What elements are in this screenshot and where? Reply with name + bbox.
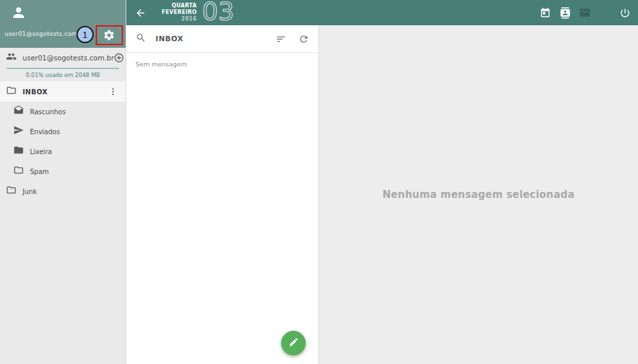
add-circle-icon[interactable]: [114, 52, 124, 63]
folder-label: Lixeira: [30, 148, 52, 155]
message-list-panel: INBOX Sem mensagem: [126, 25, 319, 364]
folder-row-inbox[interactable]: INBOX: [0, 82, 126, 102]
refresh-icon[interactable]: [298, 34, 309, 45]
folder-label: Rascunhos: [30, 108, 66, 116]
header-module-icons: [532, 6, 638, 19]
contacts-module-icon[interactable]: [558, 6, 572, 19]
drafts-icon: [13, 105, 24, 118]
pencil-icon: [288, 337, 299, 350]
compose-fab-button[interactable]: [281, 331, 306, 355]
svg-text:03: 03: [202, 0, 234, 24]
sort-icon[interactable]: [276, 34, 286, 45]
send-icon: [13, 125, 24, 138]
group-icon: [6, 51, 17, 64]
empty-list-text: Sem mensagem: [126, 53, 318, 75]
mail-module-icon[interactable]: [578, 6, 591, 19]
annotation-step-circle: 1: [76, 26, 94, 43]
folder-row-lixeira[interactable]: Lixeira: [0, 141, 126, 161]
date-weekday: QUARTA: [156, 3, 197, 9]
mail-sidebar: user01@sogotests.com.br user01@sogotests…: [0, 0, 126, 364]
back-arrow-icon[interactable]: [132, 5, 149, 21]
folder-label: Spam: [30, 168, 49, 175]
folder-label: Enviados: [30, 128, 60, 136]
quota-text: 0.01% usado em 2048 MB: [0, 69, 126, 82]
folder-row-enviados[interactable]: Enviados: [0, 122, 126, 141]
message-list-toolbar: INBOX: [126, 25, 318, 53]
folder-row-spam[interactable]: Spam: [0, 161, 126, 181]
sogo-webmail-window: user01@sogotests.com.br user01@sogotests…: [0, 0, 638, 364]
power-logout-icon[interactable]: [618, 6, 631, 19]
folder-row-junk[interactable]: Junk: [0, 181, 126, 201]
search-folder-label[interactable]: INBOX: [156, 35, 183, 43]
annotation-highlight-box: [96, 25, 123, 45]
message-viewer-panel: Nenhuma mensagem selecionada: [319, 25, 638, 364]
folder-outline-icon: [13, 165, 24, 178]
folder-row-rascunhos[interactable]: Rascunhos: [0, 102, 126, 122]
person-avatar-icon: [11, 5, 27, 23]
calendar-module-icon[interactable]: [538, 6, 552, 19]
top-header: QUARTA FEVEREIRO 2016 03: [126, 0, 638, 25]
more-vert-icon[interactable]: [108, 87, 118, 96]
folder-filled-icon: [13, 145, 24, 158]
annotation-step-number: 1: [82, 30, 88, 40]
date-block: QUARTA FEVEREIRO 2016: [156, 3, 197, 23]
no-message-selected-text: Nenhuma mensagem selecionada: [382, 189, 574, 201]
date-year: 2016: [156, 16, 197, 23]
folder-list: INBOX Rascunhos Enviados: [0, 82, 126, 201]
account-email: user01@sogotests.com.br: [23, 54, 114, 62]
header-user-email: user01@sogotests.com.br: [5, 31, 86, 37]
folder-outline-icon: [6, 185, 17, 198]
date-month: FEVEREIRO: [156, 9, 197, 16]
date-day: 03: [201, 0, 237, 27]
folder-outline-icon: [6, 85, 17, 98]
search-icon[interactable]: [136, 33, 146, 46]
folder-label: Junk: [23, 188, 37, 195]
folder-label: INBOX: [23, 88, 48, 96]
account-row[interactable]: user01@sogotests.com.br: [0, 48, 126, 68]
